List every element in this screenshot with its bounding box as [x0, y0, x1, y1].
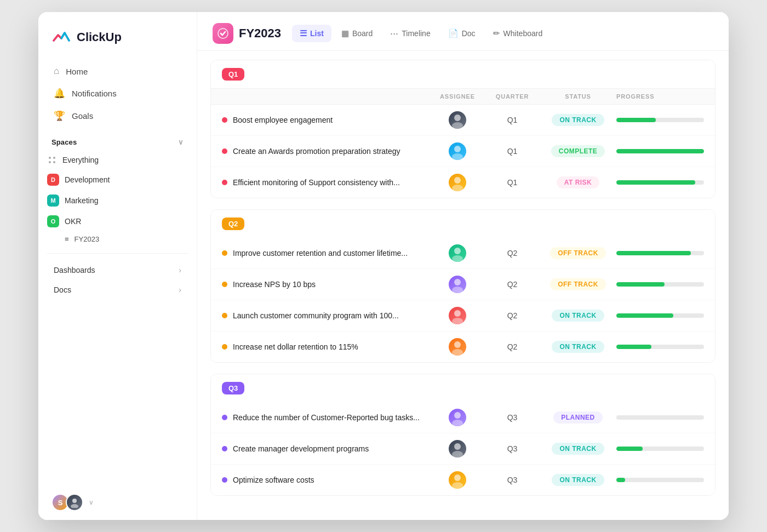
- q3-badge[interactable]: Q3: [222, 382, 244, 394]
- assignee-cell: [430, 338, 485, 356]
- progress-cell: [616, 447, 704, 451]
- tab-doc[interactable]: 📄 Doc: [440, 25, 483, 42]
- status-cell: OFF TRACK: [540, 278, 616, 290]
- progress-bar-fill: [616, 478, 625, 482]
- status-badge: ON TRACK: [552, 474, 604, 486]
- progress-bar-fill: [616, 118, 656, 122]
- status-badge: ON TRACK: [552, 341, 604, 353]
- status-cell: ON TRACK: [540, 341, 616, 353]
- q1-badge[interactable]: Q1: [222, 68, 244, 81]
- assignee-cell: [430, 244, 485, 262]
- user-avatars: S: [51, 494, 83, 511]
- bell-icon: 🔔: [54, 88, 65, 99]
- task-name-cell: Increase net dollar retention to 115%: [222, 342, 430, 351]
- sidebar-item-docs[interactable]: Docs ›: [41, 280, 194, 300]
- table-row[interactable]: Increase NPS by 10 bps Q2 OFF TRACK: [211, 269, 715, 300]
- progress-cell: [616, 149, 704, 153]
- col-status: STATUS: [540, 93, 616, 100]
- trophy-icon: 🏆: [54, 110, 65, 122]
- content-area: Q1 ASSIGNEE QUARTER STATUS PROGRESS Boos…: [197, 51, 729, 520]
- progress-bar-bg: [616, 251, 704, 255]
- progress-bar-fill: [616, 180, 695, 185]
- task-name-cell: Launch customer community program with 1…: [222, 311, 430, 320]
- sidebar-item-home[interactable]: ⌂ Home: [47, 60, 188, 82]
- table-row[interactable]: Launch customer community program with 1…: [211, 300, 715, 331]
- task-name-cell: Improve customer retention and customer …: [222, 249, 430, 258]
- avatar: [449, 471, 466, 489]
- assignee-cell: [430, 276, 485, 293]
- sidebar-item-everything[interactable]: Everything: [41, 151, 194, 169]
- quarter-header-q3: Q3: [211, 374, 715, 402]
- home-icon: ⌂: [54, 66, 59, 77]
- progress-bar-bg: [616, 415, 704, 420]
- spaces-collapse-icon[interactable]: ∨: [178, 138, 184, 146]
- status-cell: COMPLETE: [540, 145, 616, 157]
- tab-timeline[interactable]: ⋯ Timeline: [382, 25, 438, 42]
- table-row[interactable]: Create an Awards promotion preparation s…: [211, 136, 715, 167]
- progress-cell: [616, 415, 704, 420]
- avatar: [449, 111, 466, 129]
- page-title: FY2023: [239, 26, 281, 41]
- svg-point-3: [53, 161, 55, 163]
- task-name: Increase NPS by 10 bps: [233, 280, 316, 289]
- task-name-cell: Increase NPS by 10 bps: [222, 280, 430, 289]
- task-name-cell: Boost employee engagement: [222, 116, 430, 124]
- everything-label: Everything: [62, 156, 99, 164]
- dashboards-label: Dashboards: [54, 266, 95, 274]
- sidebar-item-goals[interactable]: 🏆 Goals: [47, 105, 188, 127]
- table-row[interactable]: Efficient monitoring of Support consiste…: [211, 167, 715, 198]
- sidebar-subitem-fy2023[interactable]: ≡ FY2023: [41, 232, 194, 247]
- svg-point-5: [71, 504, 78, 508]
- avatar-user2[interactable]: [66, 494, 83, 511]
- svg-point-10: [452, 153, 463, 160]
- task-bullet: [222, 180, 227, 185]
- progress-bar-bg: [616, 447, 704, 451]
- task-name: Increase net dollar retention to 115%: [233, 342, 358, 351]
- task-name: Boost employee engagement: [233, 116, 333, 124]
- status-badge: COMPLETE: [551, 145, 605, 157]
- table-row[interactable]: Create manager development programs Q3 O…: [211, 433, 715, 465]
- assignee-cell: [430, 174, 485, 191]
- progress-cell: [616, 251, 704, 255]
- progress-bar-fill: [616, 345, 651, 349]
- svg-point-11: [454, 177, 461, 184]
- sidebar-item-notifications[interactable]: 🔔 Notifications: [47, 82, 188, 105]
- doc-tab-icon: 📄: [448, 28, 459, 38]
- sidebar-item-development[interactable]: D Development: [41, 169, 194, 190]
- q2-badge[interactable]: Q2: [222, 218, 244, 230]
- task-bullet: [222, 117, 227, 123]
- tab-list[interactable]: ☰ List: [292, 25, 331, 42]
- sidebar-home-label: Home: [66, 67, 88, 76]
- quarter-cell: Q3: [485, 444, 540, 453]
- svg-point-14: [452, 255, 463, 262]
- progress-bar-bg: [616, 345, 704, 349]
- status-cell: PLANNED: [540, 411, 616, 424]
- quarter-cell: Q1: [485, 116, 540, 124]
- progress-cell: [616, 313, 704, 318]
- sidebar-item-dashboards[interactable]: Dashboards ›: [41, 260, 194, 280]
- table-header: ASSIGNEE QUARTER STATUS PROGRESS: [211, 88, 715, 105]
- quarter-cell: Q2: [485, 311, 540, 320]
- table-row[interactable]: Increase net dollar retention to 115% Q2…: [211, 331, 715, 362]
- everything-icon: [47, 155, 57, 165]
- tab-whiteboard[interactable]: ✏ Whiteboard: [485, 25, 551, 42]
- tab-board[interactable]: ▦ Board: [334, 25, 380, 42]
- table-row[interactable]: Boost employee engagement Q1 ON TRACK: [211, 105, 715, 136]
- table-row[interactable]: Improve customer retention and customer …: [211, 238, 715, 269]
- sidebar-item-okr[interactable]: O OKR: [41, 211, 194, 232]
- okr-badge: O: [47, 215, 59, 227]
- task-bullet: [222, 477, 227, 483]
- footer-chevron-icon[interactable]: ∨: [89, 499, 94, 506]
- task-bullet: [222, 446, 227, 451]
- svg-point-23: [454, 443, 461, 450]
- table-row[interactable]: Optimize software costs Q3 ON TRACK: [211, 465, 715, 495]
- table-row[interactable]: Reduce the number of Customer-Reported b…: [211, 402, 715, 433]
- sidebar-item-marketing[interactable]: M Marketing: [41, 190, 194, 211]
- task-bullet: [222, 344, 227, 350]
- quarter-cell: Q3: [485, 476, 540, 484]
- status-cell: ON TRACK: [540, 474, 616, 486]
- svg-point-16: [452, 287, 463, 293]
- quarter-cell: Q3: [485, 413, 540, 422]
- tab-doc-label: Doc: [462, 29, 476, 38]
- status-cell: OFF TRACK: [540, 247, 616, 259]
